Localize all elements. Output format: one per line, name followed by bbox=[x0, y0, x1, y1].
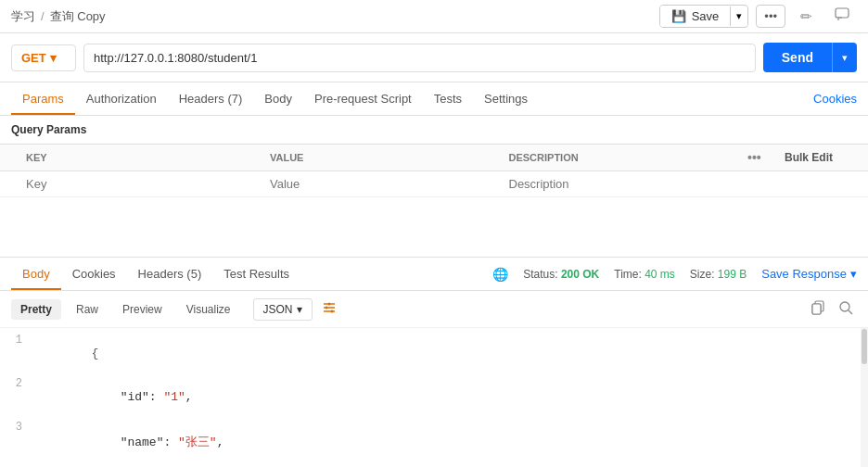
brace-open-indicator: { bbox=[91, 347, 98, 360]
comment-icon-button[interactable] bbox=[827, 4, 857, 29]
more-options-button[interactable]: ••• bbox=[756, 5, 785, 28]
svg-rect-0 bbox=[836, 8, 849, 18]
method-label: GET bbox=[21, 51, 46, 65]
response-tab-body[interactable]: Body bbox=[11, 259, 61, 290]
code-line-1: 1 { bbox=[0, 332, 868, 375]
language-chevron-icon: ▾ bbox=[297, 303, 302, 316]
tab-params[interactable]: Params bbox=[11, 84, 75, 115]
more-params-icon[interactable]: ••• bbox=[747, 150, 761, 165]
size-value: 199 B bbox=[718, 268, 747, 281]
tab-body[interactable]: Body bbox=[253, 84, 303, 115]
format-raw[interactable]: Raw bbox=[67, 299, 108, 320]
filter-icon bbox=[322, 301, 337, 317]
code-line-3: 3 "name": "张三", bbox=[0, 419, 868, 465]
svg-point-7 bbox=[330, 310, 333, 313]
format-visualize[interactable]: Visualize bbox=[177, 299, 240, 320]
svg-point-5 bbox=[327, 303, 330, 306]
svg-point-11 bbox=[840, 302, 849, 311]
send-dropdown-button[interactable]: ▾ bbox=[832, 43, 857, 72]
line-content-3: "name": "张三", bbox=[33, 420, 868, 464]
pencil-icon: ✏ bbox=[800, 8, 812, 24]
description-input[interactable] bbox=[509, 177, 726, 191]
tab-settings[interactable]: Settings bbox=[473, 84, 539, 115]
line-number-3: 3 bbox=[0, 420, 33, 434]
line-content-1: { bbox=[33, 333, 868, 374]
search-code-button[interactable] bbox=[835, 297, 857, 322]
breadcrumb: 学习 / 查询 Copy bbox=[11, 8, 106, 25]
key-id: "id" bbox=[121, 390, 149, 404]
tab-headers[interactable]: Headers (7) bbox=[168, 84, 254, 115]
key-input[interactable] bbox=[26, 177, 248, 191]
code-body: 1 { 2 "id": "1", 3 "name": "张三", 4 "age"… bbox=[0, 328, 868, 467]
response-meta: 🌐 Status: 200 OK Time: 40 ms Size: 199 B… bbox=[492, 267, 857, 282]
col-header-bulk-edit: Bulk Edit bbox=[773, 145, 868, 171]
save-disk-icon: 💾 bbox=[671, 9, 686, 23]
save-button[interactable]: 💾 Save bbox=[660, 6, 731, 27]
size-label: Size: 199 B bbox=[690, 268, 747, 281]
col-header-value: VALUE bbox=[259, 145, 498, 171]
svg-rect-10 bbox=[812, 304, 821, 314]
format-preview[interactable]: Preview bbox=[113, 299, 172, 320]
tabs-right: Cookies bbox=[813, 92, 857, 106]
response-tab-test-results[interactable]: Test Results bbox=[212, 259, 300, 290]
comment-icon bbox=[835, 9, 849, 25]
time-label: Time: 40 ms bbox=[614, 268, 675, 281]
params-spacer bbox=[0, 197, 868, 253]
col-header-description: DESCRIPTION bbox=[498, 145, 737, 171]
time-value: 40 ms bbox=[645, 268, 675, 281]
language-dropdown[interactable]: JSON ▾ bbox=[253, 298, 313, 321]
col-header-actions: ••• bbox=[736, 145, 773, 171]
val-id: "1" bbox=[163, 390, 185, 404]
save-response-chevron-icon: ▾ bbox=[850, 267, 857, 281]
line-number-2: 2 bbox=[0, 376, 33, 390]
svg-point-6 bbox=[325, 307, 327, 309]
value-input[interactable] bbox=[270, 177, 487, 191]
tab-pre-request-script[interactable]: Pre-request Script bbox=[303, 84, 423, 115]
copy-code-button[interactable] bbox=[807, 297, 829, 322]
filter-icon-button[interactable] bbox=[318, 297, 340, 321]
method-dropdown[interactable]: GET ▾ bbox=[11, 44, 76, 71]
save-response-button[interactable]: Save Response ▾ bbox=[761, 267, 857, 281]
bulk-edit-button[interactable]: Bulk Edit bbox=[785, 151, 833, 164]
method-chevron-icon: ▾ bbox=[50, 51, 57, 65]
response-tabs: Body Cookies Headers (5) Test Results 🌐 … bbox=[0, 258, 868, 291]
query-params-label: Query Params bbox=[0, 116, 868, 144]
code-action-icons bbox=[807, 297, 857, 322]
language-label: JSON bbox=[263, 303, 293, 316]
val-name: "张三" bbox=[178, 435, 217, 449]
request-tabs: Params Authorization Headers (7) Body Pr… bbox=[0, 82, 868, 116]
response-tab-headers[interactable]: Headers (5) bbox=[127, 259, 213, 290]
response-tab-cookies[interactable]: Cookies bbox=[61, 259, 127, 290]
code-toolbar: Pretty Raw Preview Visualize JSON ▾ bbox=[0, 291, 868, 328]
breadcrumb-part1: 学习 bbox=[11, 8, 35, 25]
line-content-2: "id": "1", bbox=[33, 376, 868, 418]
url-bar: GET ▾ Send ▾ bbox=[0, 33, 868, 82]
top-bar-actions: 💾 Save ▾ ••• ✏ bbox=[659, 4, 857, 29]
response-section: Body Cookies Headers (5) Test Results 🌐 … bbox=[0, 257, 868, 467]
line-number-1: 1 bbox=[0, 333, 33, 347]
status-value: 200 OK bbox=[561, 268, 599, 281]
save-dropdown-button[interactable]: ▾ bbox=[730, 6, 747, 26]
save-response-label: Save Response bbox=[761, 267, 847, 281]
send-button[interactable]: Send bbox=[763, 43, 832, 72]
code-line-2: 2 "id": "1", bbox=[0, 375, 868, 419]
breadcrumb-part2: 查询 Copy bbox=[50, 8, 106, 25]
scrollbar-thumb[interactable] bbox=[862, 329, 867, 364]
col-header-key: KEY bbox=[0, 145, 259, 171]
tab-authorization[interactable]: Authorization bbox=[75, 84, 168, 115]
cookies-link[interactable]: Cookies bbox=[813, 92, 857, 106]
url-input[interactable] bbox=[83, 44, 756, 72]
top-bar: 学习 / 查询 Copy 💾 Save ▾ ••• ✏ bbox=[0, 0, 868, 33]
scrollbar-track[interactable] bbox=[861, 328, 868, 467]
params-table: KEY VALUE DESCRIPTION ••• Bulk Edit bbox=[0, 144, 868, 197]
status-label: Status: 200 OK bbox=[523, 268, 599, 281]
breadcrumb-separator: / bbox=[41, 9, 45, 23]
save-label: Save bbox=[692, 9, 720, 23]
save-button-group: 💾 Save ▾ bbox=[659, 5, 749, 28]
key-name: "name" bbox=[121, 435, 164, 449]
tab-tests[interactable]: Tests bbox=[423, 84, 473, 115]
svg-line-12 bbox=[849, 310, 852, 314]
globe-icon: 🌐 bbox=[492, 267, 508, 282]
edit-icon-button[interactable]: ✏ bbox=[793, 5, 820, 29]
format-pretty[interactable]: Pretty bbox=[11, 299, 61, 320]
